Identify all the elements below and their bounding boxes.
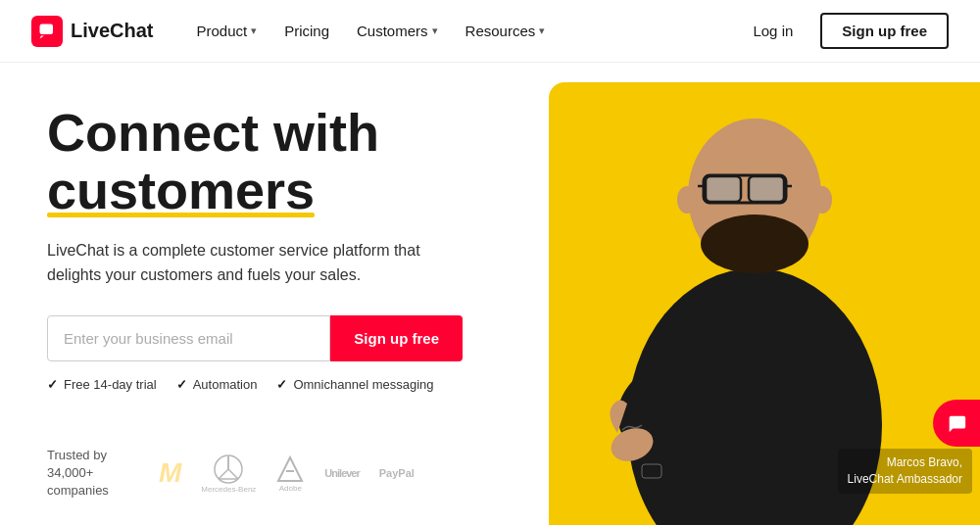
logo-unilever: Unilever bbox=[324, 467, 359, 479]
trusted-section: Trusted by 34,000+ companies M Mercedes-… bbox=[47, 447, 463, 501]
feature-automation: ✓ Automation bbox=[176, 377, 258, 392]
svg-rect-0 bbox=[40, 24, 54, 34]
nav-item-pricing[interactable]: Pricing bbox=[272, 15, 341, 47]
logo-mercedes: Mercedes-Benz bbox=[201, 453, 256, 494]
svg-point-13 bbox=[677, 186, 697, 214]
svg-rect-8 bbox=[706, 176, 741, 202]
hero-title-underlined: customers bbox=[47, 162, 315, 219]
nav-item-customers[interactable]: Customers ▾ bbox=[345, 15, 450, 47]
chat-icon bbox=[38, 23, 56, 40]
svg-point-14 bbox=[812, 186, 832, 214]
hero-features: ✓ Free 14-day trial ✓ Automation ✓ Omnic… bbox=[47, 377, 463, 392]
hero-title: Connect with customers bbox=[47, 104, 463, 220]
signup-nav-button[interactable]: Sign up free bbox=[820, 13, 949, 49]
logo-text: LiveChat bbox=[71, 20, 153, 42]
hero-left: Connect with customers LiveChat is a com… bbox=[0, 63, 510, 525]
svg-rect-9 bbox=[749, 176, 784, 202]
chevron-down-icon: ▾ bbox=[432, 24, 438, 37]
logo-icon bbox=[31, 16, 63, 47]
trusted-logos: M Mercedes-Benz bbox=[159, 453, 415, 494]
signup-form: Sign up free bbox=[47, 315, 463, 361]
trusted-text: Trusted by 34,000+ companies bbox=[47, 447, 135, 501]
signup-hero-button[interactable]: Sign up free bbox=[330, 315, 463, 361]
feature-trial: ✓ Free 14-day trial bbox=[47, 377, 157, 392]
logo-adobe: Adobe bbox=[275, 454, 305, 493]
logo-mcdonalds: M bbox=[159, 457, 181, 489]
check-icon: ✓ bbox=[176, 377, 187, 392]
logo[interactable]: LiveChat bbox=[31, 16, 153, 47]
hero-right: Marcos Bravo, LiveChat Ambassador bbox=[510, 63, 980, 525]
hero-section: Connect with customers LiveChat is a com… bbox=[0, 63, 980, 525]
hero-subtitle: LiveChat is a complete customer service … bbox=[47, 239, 439, 288]
login-button[interactable]: Log in bbox=[737, 15, 808, 47]
chat-icon bbox=[946, 412, 967, 434]
nav-links: Product ▾ Pricing Customers ▾ Resources … bbox=[184, 15, 737, 47]
chevron-down-icon: ▾ bbox=[251, 24, 257, 37]
chat-bubble-icon[interactable] bbox=[933, 400, 980, 447]
feature-omnichannel: ✓ Omnichannel messaging bbox=[276, 377, 433, 392]
nav-item-resources[interactable]: Resources ▾ bbox=[454, 15, 558, 47]
check-icon: ✓ bbox=[47, 377, 58, 392]
svg-rect-15 bbox=[642, 464, 662, 478]
navbar: LiveChat Product ▾ Pricing Customers ▾ R… bbox=[0, 0, 980, 63]
nav-actions: Log in Sign up free bbox=[737, 13, 949, 49]
svg-point-6 bbox=[725, 217, 784, 237]
check-icon: ✓ bbox=[276, 377, 287, 392]
email-input[interactable] bbox=[47, 315, 330, 361]
chevron-down-icon: ▾ bbox=[539, 24, 545, 37]
logo-paypal: PayPal bbox=[379, 467, 415, 479]
ambassador-text: Marcos Bravo, LiveChat Ambassador bbox=[838, 449, 972, 494]
nav-item-product[interactable]: Product ▾ bbox=[184, 15, 269, 47]
